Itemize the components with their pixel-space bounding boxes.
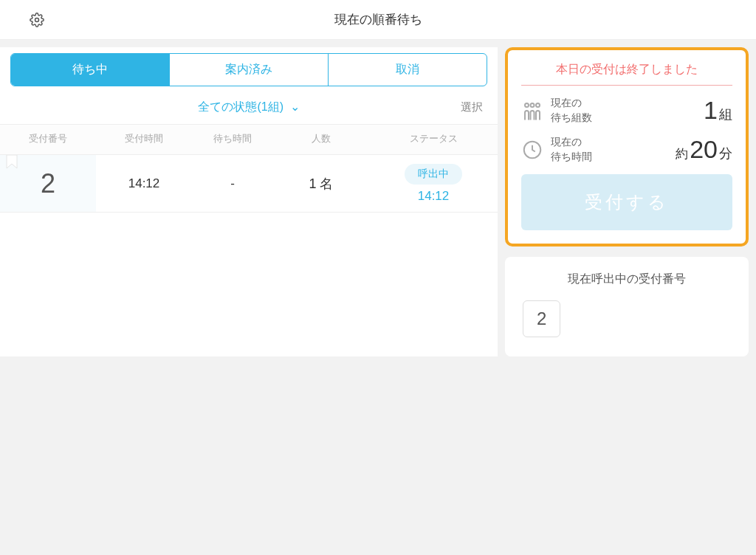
filter-dropdown[interactable]: 全ての状態(1組) ⌄ xyxy=(198,100,299,115)
filter-row: 全ての状態(1組) ⌄ 選択 xyxy=(0,86,498,125)
row-wait-time: - xyxy=(192,176,273,191)
stat-wait: 現在の 待ち時間 約 20 分 xyxy=(521,135,732,164)
stat-wait-label: 現在の 待ち時間 xyxy=(551,135,592,164)
col-number: 受付番号 xyxy=(0,132,96,145)
stat-groups: 現在の 待ち組数 1 組 xyxy=(521,96,732,125)
svg-point-1 xyxy=(525,103,529,107)
page-title: 現在の順番待ち xyxy=(0,11,756,28)
summary-card: 本日の受付は終了しました 現在の 待ち組数 1 組 xyxy=(505,47,749,247)
stat-wait-label-wrap: 現在の 待ち時間 xyxy=(521,135,592,164)
status-badge: 呼出中 xyxy=(405,164,462,185)
queue-row[interactable]: 2 14:12 - 1 名 呼出中 14:12 xyxy=(0,155,498,213)
gear-icon[interactable] xyxy=(30,13,44,27)
row-status-cell: 呼出中 14:12 xyxy=(369,164,498,204)
bookmark-icon xyxy=(6,155,18,170)
stat-groups-label: 現在の 待ち組数 xyxy=(551,96,592,125)
svg-point-0 xyxy=(35,18,39,22)
svg-point-2 xyxy=(531,103,535,107)
queue-panel: 待ち中 案内済み 取消 全ての状態(1組) ⌄ 選択 受付番号 受付時間 待ち時… xyxy=(0,47,498,356)
stat-wait-value-wrap: 約 20 分 xyxy=(676,135,732,164)
tab-guided[interactable]: 案内済み xyxy=(170,54,329,86)
calling-card: 現在呼出中の受付番号 2 xyxy=(505,257,749,356)
accept-button[interactable]: 受付する xyxy=(521,174,732,230)
col-wait-time: 待ち時間 xyxy=(192,132,273,145)
calling-title: 現在呼出中の受付番号 xyxy=(518,272,735,287)
closed-message: 本日の受付は終了しました xyxy=(521,62,732,86)
col-people: 人数 xyxy=(273,132,369,145)
row-number-cell: 2 xyxy=(0,155,96,212)
stat-wait-prefix: 約 xyxy=(676,145,688,162)
calling-number: 2 xyxy=(523,300,560,337)
stat-wait-unit: 分 xyxy=(719,145,732,162)
stat-groups-value: 1 xyxy=(704,96,718,125)
select-button[interactable]: 選択 xyxy=(461,100,483,114)
side-panel: 本日の受付は終了しました 現在の 待ち組数 1 組 xyxy=(505,47,756,356)
row-people: 1 名 xyxy=(273,175,369,193)
tab-waiting[interactable]: 待ち中 xyxy=(11,54,170,86)
svg-point-3 xyxy=(536,103,540,107)
stat-groups-value-wrap: 1 組 xyxy=(704,96,732,125)
stat-groups-unit: 組 xyxy=(719,106,732,123)
filter-label: 全ての状態(1組) xyxy=(198,100,284,113)
main-content: 待ち中 案内済み 取消 全ての状態(1組) ⌄ 選択 受付番号 受付時間 待ち時… xyxy=(0,40,756,356)
chevron-down-icon: ⌄ xyxy=(290,100,300,113)
row-number: 2 xyxy=(41,168,55,199)
stat-wait-value: 20 xyxy=(690,135,718,164)
clock-icon xyxy=(521,139,543,161)
col-status: ステータス xyxy=(369,132,498,145)
status-time: 14:12 xyxy=(369,189,498,204)
status-tabs: 待ち中 案内済み 取消 xyxy=(10,53,487,86)
people-icon xyxy=(521,100,543,122)
app-header: 現在の順番待ち xyxy=(0,0,756,40)
col-accept-time: 受付時間 xyxy=(96,132,192,145)
column-headers: 受付番号 受付時間 待ち時間 人数 ステータス xyxy=(0,125,498,155)
stat-groups-label-wrap: 現在の 待ち組数 xyxy=(521,96,592,125)
row-accept-time: 14:12 xyxy=(96,176,192,191)
tab-cancelled[interactable]: 取消 xyxy=(329,54,487,86)
